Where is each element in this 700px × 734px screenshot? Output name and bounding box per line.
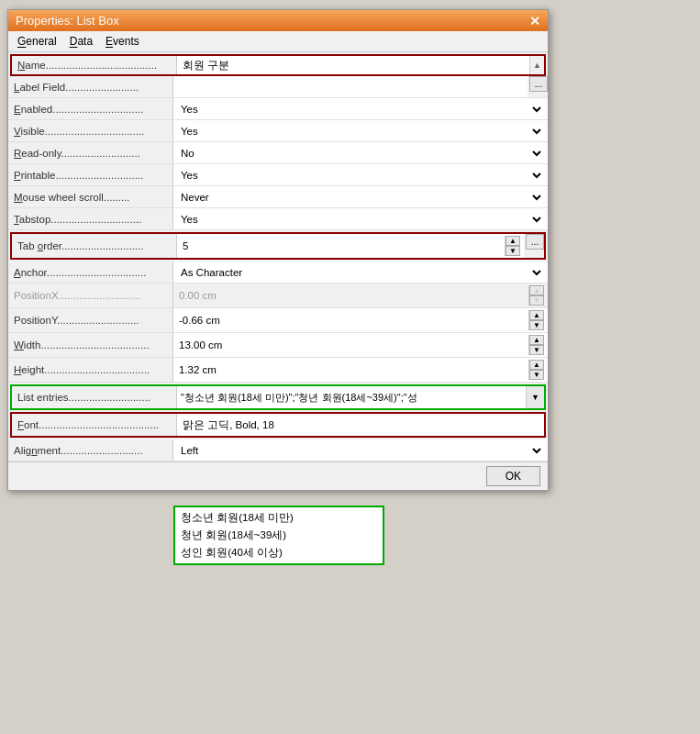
width-spinners: ▲ ▼ [528,335,544,355]
prop-value-label-field [173,76,528,97]
prop-value-enabled: YesNo [173,98,548,119]
prop-row-list-entries-wrapper: List entries............................… [10,384,546,410]
prop-label-mouse-wheel: Mouse wheel scroll......... [8,186,173,207]
properties-dialog: Properties: List Box ✕ General Data Even… [7,9,549,491]
position-y-input[interactable] [177,314,527,327]
scroll-indicator: ▲ [529,56,544,74]
list-entry-2[interactable]: 청년 회원(18세~39세) [175,527,383,544]
ok-button[interactable]: OK [486,466,540,486]
visible-select[interactable]: YesNo [177,125,544,138]
properties-content: Name....................................… [8,52,548,462]
prop-label-height: Height..................................… [8,358,173,382]
prop-value-width: ▲ ▼ [173,333,548,357]
prop-row-list-entries: List entries............................… [12,386,544,408]
prop-value-font [177,414,544,436]
mouse-wheel-select[interactable]: NeverAlways [177,191,544,204]
prop-row-enabled: Enabled............................... Y… [8,98,548,120]
close-button[interactable]: ✕ [529,15,540,28]
height-input[interactable] [177,363,527,376]
prop-value-alignment: LeftRightCenter [173,439,548,461]
prop-label-list-entries: List entries............................ [12,386,177,408]
prop-value-readonly: NoYes [173,142,548,163]
prop-row-tab-order-wrapper: Tab order............................ ▲ … [10,232,546,260]
prop-row-name: Name....................................… [10,54,546,76]
prop-label-enabled: Enabled............................... [8,98,173,119]
prop-row-label-field: Label Field......................... ... [8,76,548,98]
prop-row-anchor: Anchor..................................… [8,261,548,284]
title-bar: Properties: List Box ✕ [8,10,548,31]
prop-value-position-x: ▲ ▼ [173,284,548,307]
tab-order-ellipsis-btn[interactable]: ... [526,234,544,250]
label-field-ellipsis-btn[interactable]: ... [529,76,548,92]
tab-order-up-btn[interactable]: ▲ [506,236,520,246]
list-entries-dropdown-btn[interactable]: ▼ [526,386,544,408]
prop-row-width: Width...................................… [8,333,548,358]
tab-order-spinners: ▲ ▼ [505,236,520,256]
prop-label-anchor: Anchor.................................. [8,261,173,283]
position-y-spinners: ▲ ▼ [528,310,544,330]
prop-value-anchor: As CharacterAs PageAs Frame [173,261,548,283]
bottom-bar: OK [8,462,548,490]
menu-general[interactable]: General [14,33,61,50]
prop-label-visible: Visible.................................… [8,120,173,141]
readonly-select[interactable]: NoYes [177,147,544,160]
prop-row-height: Height..................................… [8,358,548,383]
prop-label-position-y: PositionY............................ [8,308,173,332]
prop-label-tabstop: Tabstop............................... [8,208,173,229]
prop-row-mouse-wheel: Mouse wheel scroll......... NeverAlways [8,186,548,208]
printable-select[interactable]: YesNo [177,169,544,182]
prop-row-tab-order: Tab order............................ ▲ … [12,234,544,258]
prop-row-font-wrapper: Font....................................… [10,412,546,438]
alignment-select[interactable]: LeftRightCenter [177,444,544,457]
list-entry-3[interactable]: 성인 회원(40세 이상) [175,544,383,562]
name-input[interactable] [181,59,526,72]
menu-data[interactable]: Data [66,33,96,50]
prop-value-printable: YesNo [173,164,548,185]
prop-label-name: Name....................................… [12,56,177,74]
prop-value-name [177,56,529,74]
width-down-btn[interactable]: ▼ [529,345,544,355]
position-x-down-btn: ▼ [529,295,544,306]
height-up-btn[interactable]: ▲ [529,360,544,370]
prop-label-printable: Printable.............................. [8,164,173,185]
prop-row-position-y: PositionY............................ ▲ … [8,308,548,333]
position-x-up-btn: ▲ [529,285,544,295]
tabstop-select[interactable]: YesNo [177,213,544,226]
prop-value-position-y: ▲ ▼ [173,308,548,332]
position-y-down-btn[interactable]: ▼ [529,320,544,330]
list-entries-popup: 청소년 회원(18세 미만) 청년 회원(18세~39세) 성인 회원(40세 … [173,506,384,565]
height-spinners: ▲ ▼ [528,360,544,380]
tab-order-input[interactable] [181,239,503,252]
menu-events[interactable]: Events [102,33,143,50]
prop-row-position-x: PositionX............................ ▲ … [8,284,548,308]
list-entries-text: "청소년 회원(18세 미만)";"청년 회원(18세~39세)";"성 [181,391,417,405]
prop-label-alignment: Alignment............................ [8,439,173,461]
prop-value-visible: YesNo [173,120,548,141]
font-input[interactable] [181,418,540,431]
prop-value-list-entries: "청소년 회원(18세 미만)";"청년 회원(18세~39세)";"성 [177,386,526,408]
prop-value-mouse-wheel: NeverAlways [173,186,548,207]
prop-row-alignment: Alignment............................ Le… [8,439,548,462]
enabled-select[interactable]: YesNo [177,103,544,116]
prop-value-tabstop: YesNo [173,208,548,229]
width-input[interactable] [177,339,527,351]
prop-row-visible: Visible.................................… [8,120,548,142]
menu-bar: General Data Events [8,31,548,52]
height-down-btn[interactable]: ▼ [529,370,544,380]
prop-label-readonly: Read-only........................... [8,142,173,163]
dialog-title: Properties: List Box [16,14,119,28]
prop-value-height: ▲ ▼ [173,358,548,382]
position-x-input [177,289,527,302]
prop-row-printable: Printable.............................. … [8,164,548,186]
label-field-input[interactable] [177,81,524,94]
anchor-select[interactable]: As CharacterAs PageAs Frame [177,266,544,279]
prop-label-tab-order: Tab order............................ [12,234,177,258]
position-y-up-btn[interactable]: ▲ [529,310,544,320]
tab-order-down-btn[interactable]: ▼ [506,246,520,256]
prop-label-label-field: Label Field......................... [8,76,173,97]
list-entry-1[interactable]: 청소년 회원(18세 미만) [175,509,383,527]
prop-row-readonly: Read-only........................... NoY… [8,142,548,164]
prop-row-tabstop: Tabstop............................... Y… [8,208,548,230]
width-up-btn[interactable]: ▲ [529,335,544,345]
prop-value-tab-order: ▲ ▼ [177,234,524,258]
